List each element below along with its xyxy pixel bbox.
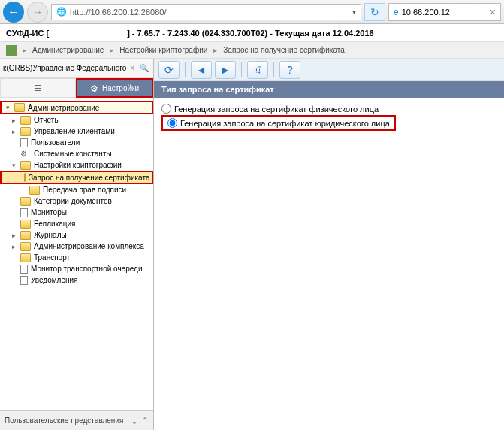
radio-legal[interactable]: Генерация запроса на сертификат юридичес… [161,115,396,131]
expand-icon[interactable]: ▸ [11,128,17,135]
monitor-icon [20,208,28,217]
tree-label: Журналы [34,231,67,239]
folder-icon [29,186,40,195]
refresh-button[interactable]: ⟳ [158,61,180,79]
prev-button[interactable]: ◄ [191,61,212,79]
tab-menu[interactable] [0,78,76,98]
tree-users[interactable]: Пользователи [0,137,153,148]
content-toolbar: ⟳ ◄ ► 🖨 ? [154,59,504,81]
content-body [154,135,504,430]
doc-icon [20,138,28,147]
tree-label: Мониторы [31,208,67,217]
tab-settings[interactable]: Настройки [76,78,153,98]
breadcrumb-item[interactable]: Запрос на получение сертификата [223,46,344,54]
tree-constants[interactable]: ⚙ Системные константы [0,148,153,159]
nav-tree: ▾ Администрирование ▸ Отчеты ▸ Управлени… [0,98,153,410]
collapse-icon[interactable]: ▾ [5,104,11,111]
close-icon[interactable]: × [490,6,496,18]
folder-icon [14,103,25,112]
gear-icon: ⚙ [20,150,31,159]
bell-icon [20,276,28,285]
separator [185,62,186,77]
tree-label: Монитор транспортной очереди [31,265,143,273]
expand-all-icon[interactable]: ⌃ [141,416,149,426]
separator [273,62,274,77]
tree-journals[interactable]: ▸ Журналы [0,229,153,241]
clear-icon[interactable]: × [126,62,138,74]
org-selector[interactable]: × 🔍 [0,59,153,78]
breadcrumb-sep: ▸ [213,46,217,54]
sidebar: × 🔍 Настройки ▾ Администрирование ▸ Отче… [0,59,154,430]
collapse-icon[interactable]: ▾ [11,162,17,169]
tree-transport[interactable]: Транспорт [0,252,153,263]
tree-label: Передача прав подписи [43,186,126,194]
address-bar[interactable]: 🌐 http://10.66.200.12:28080/ ▾ [51,4,361,20]
folder-icon [20,116,31,125]
expand-icon[interactable]: ▸ [11,232,17,239]
tree-administration[interactable]: ▾ Администрирование [0,101,153,114]
org-input[interactable] [3,64,126,72]
user-views-panel[interactable]: Пользовательские представления ⌄ ⌃ [0,410,153,430]
next-button[interactable]: ► [215,61,236,79]
breadcrumb-item[interactable]: Настройки криптографии [119,46,207,54]
tree-replication[interactable]: Репликация [0,218,153,229]
back-button[interactable]: ← [3,2,24,23]
tree-label: Администрирование комплекса [34,242,144,250]
tree-label: Управление клиентами [34,127,115,135]
app-title-bar: СУФД-ИС [ ] - 7.65.7 - 7.243.40 (024.330… [0,24,504,42]
section-title: Тип запроса на сертификат [161,85,274,94]
tree-transfer[interactable]: Передача прав подписи [0,184,153,195]
tab-title: 10.66.200.12 [402,8,450,17]
tree-cert-request[interactable]: Запрос на получение сертификата [0,171,153,184]
tree-label: Отчеты [34,116,60,124]
home-icon[interactable] [6,45,17,56]
address-text: http://10.66.200.12:28080/ [70,8,166,17]
help-button[interactable]: ? [279,61,300,79]
tree-label: Настройки криптографии [34,161,122,169]
tree-label: Транспорт [34,253,70,262]
gear-icon [90,83,99,92]
tree-monitors[interactable]: Мониторы [0,207,153,218]
expand-icon[interactable]: ▸ [11,243,17,250]
user-views-label: Пользовательские представления [5,416,123,425]
search-icon[interactable]: 🔍 [138,62,150,74]
tree-doc-cat[interactable]: Категории документов [0,195,153,207]
folder-icon [20,231,31,240]
tree-clients[interactable]: ▸ Управление клиентами [0,126,153,137]
forward-button[interactable]: → [27,2,48,23]
radio-label[interactable]: Генерация запроса на сертификат юридичес… [180,119,390,128]
tree-reports[interactable]: ▸ Отчеты [0,114,153,126]
folder-icon [24,173,26,182]
folder-icon [20,161,31,170]
browser-tab[interactable]: e 10.66.200.12 × [388,3,501,21]
folder-icon [20,242,31,251]
radio-label[interactable]: Генерация запроса на сертификат физическ… [174,104,379,114]
tab-strip: e 10.66.200.12 × [388,3,501,21]
tree-label: Администрирование [28,104,99,112]
tree-complex[interactable]: ▸ Администрирование комплекса [0,241,153,252]
folder-icon [20,220,31,229]
radio-input-individual[interactable] [161,104,171,114]
globe-icon: 🌐 [56,7,67,17]
radio-group: Генерация запроса на сертификат физическ… [154,98,504,135]
app-version: ] - 7.65.7 - 7.243.40 (024.330.700T02) -… [127,29,374,38]
list-icon [34,83,43,92]
tree-crypto[interactable]: ▾ Настройки криптографии [0,159,153,171]
tree-label: Репликация [34,220,76,228]
tree-label: Уведомления [31,276,78,284]
refresh-button[interactable]: ↻ [364,3,385,21]
separator [241,62,242,77]
dropdown-icon[interactable]: ▾ [352,8,356,16]
radio-individual[interactable]: Генерация запроса на сертификат физическ… [161,102,496,115]
tree-tqueue[interactable]: Монитор транспортной очереди [0,263,153,274]
expand-icon[interactable]: ▸ [11,117,17,124]
folder-icon [20,127,31,136]
tree-label: Пользователи [31,138,80,147]
sidebar-tabs: Настройки [0,78,153,98]
print-button[interactable]: 🖨 [247,61,268,79]
breadcrumb-item[interactable]: Администрирование [32,46,104,54]
collapse-all-icon[interactable]: ⌄ [131,416,138,426]
radio-input-legal[interactable] [167,118,177,128]
tree-notifications[interactable]: Уведомления [0,274,153,286]
browser-toolbar: ← → 🌐 http://10.66.200.12:28080/ ▾ ↻ e 1… [0,0,504,24]
